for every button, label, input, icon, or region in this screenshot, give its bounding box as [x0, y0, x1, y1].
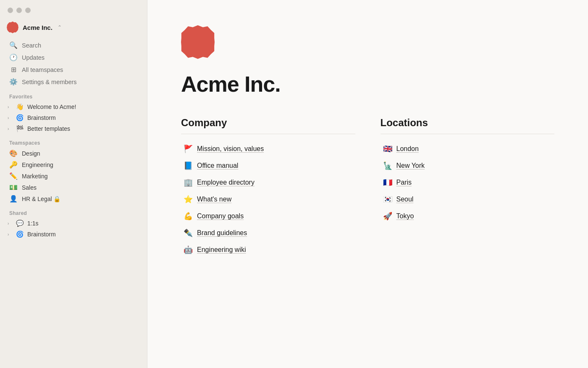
link-office-manual[interactable]: 📘 Office manual: [181, 158, 355, 174]
shared-item-brainstorm[interactable]: › 🌀 Brainstorm: [3, 229, 144, 240]
link-text-mission: Mission, vision, values: [197, 145, 264, 153]
marketing-emoji: ✏️: [9, 172, 18, 180]
link-employee-directory[interactable]: 🏢 Employee directory: [181, 175, 355, 191]
teamspace-label-design: Design: [22, 150, 40, 157]
teamspace-item-marketing[interactable]: ✏️ Marketing: [3, 170, 144, 182]
link-text-tokyo: Tokyo: [396, 212, 414, 220]
employee-directory-emoji: 🏢: [184, 178, 193, 187]
teamspace-label-hr-legal: HR & Legal 🔒: [22, 196, 60, 202]
search-icon: 🔍: [9, 41, 18, 49]
link-text-brand-guidelines: Brand guidelines: [197, 229, 247, 237]
chevron-icon: ›: [8, 232, 13, 237]
list-item: 🇫🇷 Paris: [381, 175, 555, 191]
link-brand-guidelines[interactable]: ✒️ Brand guidelines: [181, 225, 355, 241]
nav-item-search[interactable]: 🔍 Search: [3, 39, 144, 51]
teamspace-label-sales: Sales: [22, 184, 37, 191]
paris-emoji: 🇫🇷: [383, 178, 392, 187]
london-emoji: 🇬🇧: [383, 144, 392, 154]
sidebar: Acme Inc. ⌃ 🔍 Search 🕐 Updates ⊞ All tea…: [0, 0, 147, 368]
list-item: 🏢 Employee directory: [181, 175, 355, 191]
traffic-light-maximize[interactable]: [25, 8, 31, 13]
link-text-engineering-wiki: Engineering wiki: [197, 246, 246, 254]
favorites-item-better-templates[interactable]: › 🏁 Better templates: [3, 123, 144, 134]
link-london[interactable]: 🇬🇧 London: [381, 141, 555, 157]
favorites-item-welcome[interactable]: › 👋 Welcome to Acme!: [3, 101, 144, 112]
list-item: ✒️ Brand guidelines: [181, 225, 355, 241]
link-company-goals[interactable]: 💪 Company goals: [181, 208, 355, 224]
company-section: Company 🚩 Mission, vision, values 📘 Offi…: [181, 117, 355, 258]
list-item: 💪 Company goals: [181, 208, 355, 224]
teamspace-item-design[interactable]: 🎨 Design: [3, 148, 144, 159]
brainstorm-emoji: 🌀: [16, 114, 24, 122]
list-item: 🇰🇷 Seoul: [381, 191, 555, 207]
chevron-icon: ›: [8, 116, 13, 120]
page-icon: [181, 25, 215, 59]
teamspace-label-engineering: Engineering: [22, 161, 53, 168]
link-paris[interactable]: 🇫🇷 Paris: [381, 175, 555, 191]
link-new-york[interactable]: 🗽 New York: [381, 158, 555, 174]
link-engineering-wiki[interactable]: 🤖 Engineering wiki: [181, 242, 355, 258]
link-text-paris: Paris: [396, 179, 412, 186]
list-item: 📘 Office manual: [181, 158, 355, 174]
hr-emoji: 👤: [9, 195, 18, 203]
new-york-emoji: 🗽: [383, 161, 392, 170]
nav-item-settings[interactable]: ⚙️ Settings & members: [3, 76, 144, 88]
shared-section-label: Shared: [0, 204, 147, 218]
teamspace-item-engineering[interactable]: 🔑 Engineering: [3, 159, 144, 170]
teamspace-label-marketing: Marketing: [22, 173, 47, 180]
link-mission[interactable]: 🚩 Mission, vision, values: [181, 141, 355, 157]
office-manual-emoji: 📘: [184, 161, 193, 170]
link-text-seoul: Seoul: [396, 196, 414, 203]
better-templates-emoji: 🏁: [16, 125, 24, 132]
shared-item-1-1s[interactable]: › 💬 1:1s: [3, 218, 144, 229]
workspace-header[interactable]: Acme Inc. ⌃: [0, 17, 147, 39]
favorites-label-better-templates: Better templates: [27, 125, 138, 132]
traffic-light-minimize[interactable]: [16, 8, 22, 13]
engineering-emoji: 🔑: [9, 161, 18, 169]
welcome-emoji: 👋: [16, 103, 24, 111]
mission-emoji: 🚩: [184, 144, 193, 154]
nav-label-updates: Updates: [22, 54, 45, 61]
company-section-title: Company: [181, 117, 355, 134]
teamspace-item-sales[interactable]: 💵 Sales: [3, 182, 144, 193]
link-tokyo[interactable]: 🚀 Tokyo: [381, 208, 555, 224]
nav-label-settings: Settings & members: [22, 79, 77, 85]
seoul-emoji: 🇰🇷: [383, 195, 392, 204]
list-item: 🗽 New York: [381, 158, 555, 174]
nav-item-teamspaces[interactable]: ⊞ All teamspaces: [3, 64, 144, 76]
list-item: 🚀 Tokyo: [381, 208, 555, 224]
link-text-new-york: New York: [396, 162, 425, 169]
traffic-lights: [0, 0, 147, 17]
tokyo-emoji: 🚀: [383, 212, 392, 221]
settings-icon: ⚙️: [9, 78, 18, 86]
brainstorm2-emoji: 🌀: [16, 230, 24, 238]
chevron-icon: ›: [8, 221, 13, 226]
workspace-name: Acme Inc.: [23, 24, 52, 31]
link-whats-new[interactable]: ⭐ What's new: [181, 191, 355, 207]
traffic-light-close[interactable]: [8, 8, 13, 13]
link-text-employee-directory: Employee directory: [197, 179, 255, 186]
favorites-item-brainstorm[interactable]: › 🌀 Brainstorm: [3, 112, 144, 123]
nav-label-teamspaces: All teamspaces: [22, 66, 63, 73]
locations-section: Locations 🇬🇧 London 🗽 New York: [381, 117, 555, 258]
workspace-chevron: ⌃: [58, 24, 62, 30]
link-seoul[interactable]: 🇰🇷 Seoul: [381, 191, 555, 207]
brand-guidelines-emoji: ✒️: [184, 228, 193, 238]
sales-emoji: 💵: [9, 183, 18, 191]
link-text-office-manual: Office manual: [197, 162, 238, 169]
nav-item-updates[interactable]: 🕐 Updates: [3, 51, 144, 64]
whats-new-emoji: ⭐: [184, 195, 193, 204]
link-text-whats-new: What's new: [197, 196, 231, 203]
nav-label-search: Search: [22, 42, 41, 49]
workspace-icon: [7, 21, 18, 33]
link-text-london: London: [396, 145, 419, 153]
list-item: 🤖 Engineering wiki: [181, 242, 355, 258]
content-grid: Company 🚩 Mission, vision, values 📘 Offi…: [181, 117, 554, 258]
favorites-label-welcome: Welcome to Acme!: [27, 103, 138, 110]
link-text-company-goals: Company goals: [197, 212, 244, 220]
list-item: ⭐ What's new: [181, 191, 355, 207]
locations-list: 🇬🇧 London 🗽 New York 🇫🇷 Paris: [381, 141, 555, 224]
teamspaces-section-label: Teamspaces: [0, 134, 147, 148]
teamspace-item-hr-legal[interactable]: 👤 HR & Legal 🔒: [3, 193, 144, 204]
shared-label-1-1s: 1:1s: [27, 220, 138, 227]
